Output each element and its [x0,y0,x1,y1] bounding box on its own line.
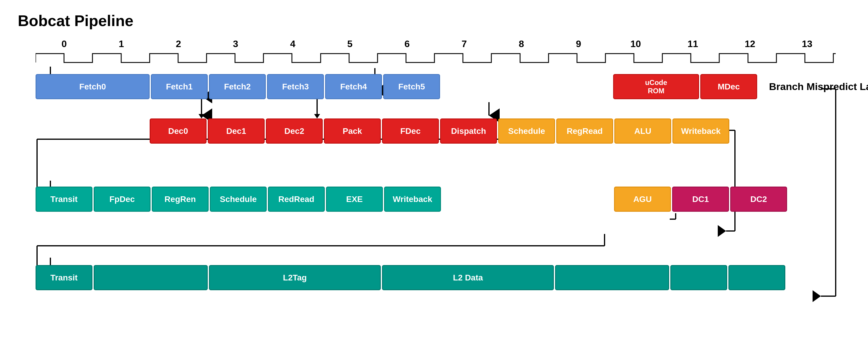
l2-row: Transit L2Tag L2 Data [36,265,785,290]
svg-marker-13 [198,114,205,119]
pack-block: Pack [324,119,381,143]
redread-block: RedRead [268,187,325,212]
writeback-fp-block: Writeback [384,187,441,212]
dc2-block: DC2 [730,187,787,212]
transit-l2-block: Transit [36,265,92,290]
fpdec-block: FpDec [94,187,151,212]
tick-2: 2 [150,38,207,50]
l2data-block: L2 Data [382,265,554,290]
alu-block: ALU [614,119,671,143]
tick-0: 0 [36,38,93,50]
timeline-numbers: 0 1 2 3 4 5 6 7 8 9 10 11 12 13 [36,38,836,50]
agu-block: AGU [614,187,671,212]
tick-1: 1 [93,38,150,50]
dc1-block: DC1 [672,187,729,212]
tick-12: 12 [721,38,778,50]
tick-11: 11 [664,38,721,50]
schedule-fp-block: Schedule [210,187,267,212]
fetch3-block: Fetch3 [267,74,324,99]
tick-6: 6 [378,38,436,50]
dispatch-block: Dispatch [440,119,497,143]
schedule-block: Schedule [498,119,555,143]
tick-3: 3 [207,38,264,50]
pipeline-diagram: 0 1 2 3 4 5 6 7 8 9 10 11 12 13 [18,38,847,349]
transit-fp-block: Transit [36,187,92,212]
regren-block: RegRen [152,187,209,212]
tick-7: 7 [436,38,493,50]
tick-9: 9 [550,38,607,50]
l2tag-block [94,265,208,290]
l2-extra2-block [670,265,727,290]
tick-10: 10 [607,38,664,50]
writeback-block: Writeback [673,119,729,143]
fetch2-block: Fetch2 [209,74,266,99]
regread-block: RegRead [556,119,613,143]
l2tag-label-block: L2Tag [209,265,381,290]
dec0-block: Dec0 [150,119,207,143]
svg-marker-16 [314,114,320,119]
page-title: Bobcat Pipeline [18,12,850,30]
fetch4-block: Fetch4 [325,74,382,99]
tick-13: 13 [778,38,836,50]
fetch-row: Fetch0 Fetch1 Fetch2 Fetch3 Fetch4 Fetch… [36,74,868,99]
fp-row: Transit FpDec RegRen Schedule RedRead EX… [36,187,788,212]
tick-4: 4 [264,38,321,50]
fetch1-block: Fetch1 [151,74,208,99]
dec2-block: Dec2 [266,119,323,143]
l2-extra1-block [555,265,669,290]
fetch0-block: Fetch0 [36,74,150,99]
tick-5: 5 [321,38,378,50]
dec-row: Dec0 Dec1 Dec2 Pack FDec Dispatch Schedu… [36,119,731,143]
tick-8: 8 [493,38,550,50]
mdec-block: MDec [700,74,757,99]
fdec-block: FDec [382,119,439,143]
exe-block: EXE [326,187,383,212]
fetch5-block: Fetch5 [383,74,440,99]
l2-extra3-block [728,265,785,290]
clock-waveform [36,51,836,65]
dec1-block: Dec1 [208,119,265,143]
branch-mispredict-label: Branch Mispredict Latency: 13-cycles [769,81,868,92]
ucode-rom-block: uCodeROM [613,74,699,99]
